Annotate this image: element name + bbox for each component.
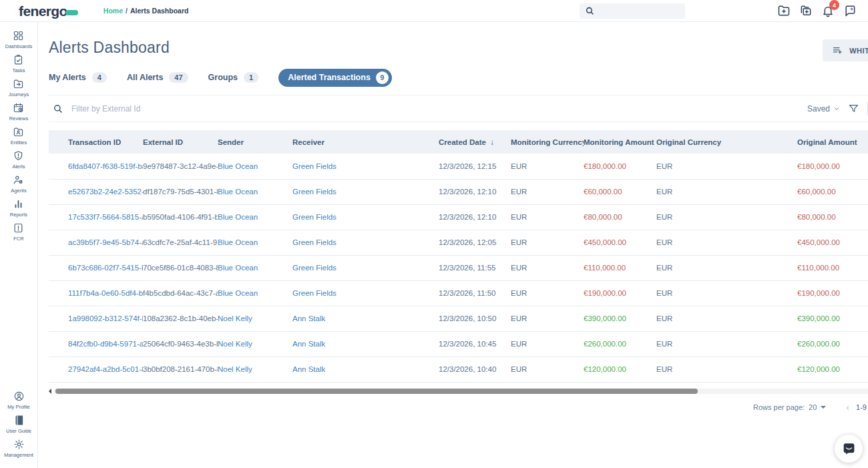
notifications-bell-icon[interactable]: 4 (819, 2, 837, 19)
tabs: My Alerts4All Alerts47Groups1Alerted Tra… (49, 68, 868, 87)
cell-created-date: 12/3/2026, 11:55 (439, 264, 495, 272)
cell-transaction-id[interactable]: 6b73c686-02f7-5415-ba... (68, 264, 143, 272)
fcr-clipboard-alert-icon (13, 222, 24, 234)
sidebar-item-my-profile[interactable]: My Profile (4, 391, 33, 410)
tab-alerted-transactions[interactable]: Alerted Transactions9 (278, 69, 392, 87)
sidebar-item-reviews[interactable]: Reviews (5, 102, 32, 122)
sidebar-item-tasks[interactable]: Tasks (5, 54, 32, 73)
previous-page-button[interactable]: ‹ (843, 403, 852, 412)
column-header-transaction-id[interactable]: Transaction ID (49, 130, 143, 154)
column-header-external-id[interactable]: External ID (143, 130, 218, 154)
cell-sender[interactable]: Blue Ocean (218, 264, 258, 272)
sidebar-item-entities[interactable]: Entities (5, 126, 32, 146)
rows-per-page-select[interactable]: Rows per page: 20 (753, 403, 826, 411)
scrollbar-track[interactable] (54, 389, 868, 394)
sidebar-item-alerts[interactable]: Alerts (5, 150, 32, 170)
chat-launcher-button[interactable] (835, 435, 863, 463)
tab-my-alerts[interactable]: My Alerts4 (49, 72, 107, 83)
cell-sender[interactable]: Blue Ocean (218, 289, 258, 297)
cell-created-date: 12/3/2026, 12:10 (439, 213, 496, 221)
sidebar-item-agents[interactable]: Agents (5, 174, 32, 194)
cell-receiver[interactable]: Ann Stalk (292, 314, 325, 322)
logo-text: fenergo (19, 4, 67, 18)
cell-transaction-id[interactable]: 84f2cfb0-d9b4-5971-a2... (68, 340, 143, 348)
cell-receiver[interactable]: Green Fields (292, 188, 337, 196)
column-header-created-date[interactable]: Created Date↓ (439, 130, 511, 154)
sidebar-item-label: Tasks (12, 67, 25, 73)
sidebar-item-reports[interactable]: Reports (5, 198, 32, 218)
cell-monitoring-currency: EUR (511, 238, 527, 246)
cell-receiver[interactable]: Green Fields (292, 264, 337, 272)
cell-sender[interactable]: Blue Ocean (218, 213, 258, 221)
cell-sender[interactable]: Blue Ocean (218, 162, 258, 170)
cell-sender[interactable]: Noel Kelly (218, 314, 252, 322)
ai-assistant-chat-icon[interactable] (841, 2, 859, 19)
column-header-original-amount[interactable]: Original Amount (797, 130, 868, 154)
cell-receiver[interactable]: Green Fields (292, 289, 337, 297)
column-header-sender[interactable]: Sender (218, 130, 292, 154)
tab-label: Groups (208, 73, 238, 82)
column-header-receiver[interactable]: Receiver (292, 130, 439, 154)
cell-transaction-id[interactable]: e52673b2-24e2-5352-b... (68, 188, 143, 196)
main-content: Alerts Dashboard WHITELIST My Alerts4All… (38, 22, 868, 468)
sidebar-item-journeys[interactable]: Journeys (5, 78, 32, 97)
cell-original-currency: EUR (656, 340, 672, 348)
column-header-monitoring-currency[interactable]: Monitoring Currency (511, 130, 584, 154)
cell-transaction-id[interactable]: 111f7b4a-0e60-5df4-b1... (68, 289, 143, 297)
table-row: ac39b5f7-9e45-5b74-a6...63cdfc7e-25af-4c… (49, 230, 868, 255)
tab-groups[interactable]: Groups1 (208, 72, 259, 83)
sidebar-item-fcr[interactable]: FCR (5, 222, 32, 242)
cell-original-currency: EUR (656, 314, 672, 322)
sidebar-item-dashboards[interactable]: Dashboards (5, 30, 32, 49)
saved-filters-dropdown[interactable]: Saved (807, 104, 840, 113)
folder-copy-add-icon[interactable] (797, 2, 815, 19)
folder-add-icon[interactable] (775, 2, 793, 19)
cell-monitoring-currency: EUR (511, 162, 527, 170)
global-search-input[interactable] (598, 7, 680, 15)
sidebar-item-management[interactable]: Management (4, 439, 33, 458)
tab-all-alerts[interactable]: All Alerts47 (127, 72, 188, 83)
column-header-original-currency[interactable]: Original Currency (656, 130, 797, 154)
cell-sender[interactable]: Blue Ocean (218, 238, 258, 246)
cell-transaction-id[interactable]: 27942af4-a2bd-5c01-80... (68, 365, 143, 373)
filter-funnel-icon[interactable] (848, 103, 859, 114)
cell-transaction-id[interactable]: 6fda8407-f638-519f-ba0... (68, 162, 143, 170)
cell-sender[interactable]: Blue Ocean (218, 188, 258, 196)
cell-monitoring-currency: EUR (511, 314, 527, 322)
cell-created-date: 12/3/2026, 10:50 (439, 314, 496, 322)
profile-user-circle-icon (13, 391, 25, 402)
breadcrumb-home-link[interactable]: Home (103, 7, 123, 15)
search-icon (585, 6, 594, 15)
tab-label: All Alerts (127, 73, 163, 82)
global-search[interactable] (580, 3, 685, 19)
cell-monitoring-amount: €80,000.00 (584, 213, 622, 221)
cell-transaction-id[interactable]: 1a998092-b312-574f-ba... (68, 314, 143, 322)
fenergo-logo[interactable]: fenergo (19, 4, 78, 18)
cell-sender[interactable]: Noel Kelly (218, 365, 252, 373)
cell-receiver[interactable]: Ann Stalk (292, 340, 325, 348)
notification-count-badge: 4 (829, 0, 839, 10)
sidebar-item-label: Reviews (9, 115, 28, 122)
scroll-left-arrow-icon[interactable] (49, 389, 51, 394)
cell-receiver[interactable]: Ann Stalk (292, 365, 325, 373)
sidebar-item-user-guide[interactable]: User Guide (4, 415, 33, 434)
breadcrumb-current: Alerts Dashboard (130, 7, 189, 15)
cell-monitoring-currency: EUR (511, 188, 527, 196)
cell-monitoring-currency: EUR (511, 289, 527, 297)
cell-sender[interactable]: Noel Kelly (218, 340, 252, 348)
cell-monitoring-currency: EUR (511, 213, 527, 221)
column-header-monitoring-amount[interactable]: Monitoring Amount (584, 130, 656, 154)
sidebar-item-label: Management (4, 452, 33, 458)
filter-input[interactable] (71, 104, 807, 113)
cell-original-amount: €180,000.00 (797, 162, 840, 170)
cell-transaction-id[interactable]: 17c533f7-5664-5815-a4... (68, 213, 143, 221)
whitelist-button[interactable]: WHITELIST (823, 39, 868, 61)
scrollbar-thumb[interactable] (55, 389, 698, 394)
cell-receiver[interactable]: Green Fields (292, 238, 337, 246)
cell-receiver[interactable]: Green Fields (292, 162, 337, 170)
cell-receiver[interactable]: Green Fields (292, 213, 337, 221)
cell-external-id: 3b0bf208-2161-470b-89... (143, 365, 218, 373)
cell-transaction-id[interactable]: ac39b5f7-9e45-5b74-a6... (68, 238, 143, 246)
cell-original-currency: EUR (656, 213, 672, 221)
management-gear-icon (13, 439, 25, 450)
